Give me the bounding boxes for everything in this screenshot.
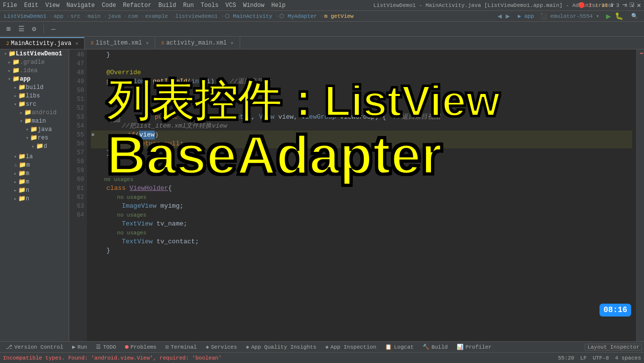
run-config[interactable]: ▶ app bbox=[518, 13, 534, 19]
breadcrumb-getview[interactable]: m getView bbox=[324, 13, 353, 19]
menu-refactor[interactable]: Refactor bbox=[123, 2, 152, 9]
menu-build[interactable]: Build bbox=[158, 2, 176, 9]
sidebar-src[interactable]: ▾ 📁 src bbox=[0, 100, 69, 108]
breadcrumb: ListViewDemo1 › app › src › main › java … bbox=[0, 11, 644, 22]
tab-list-item-label: list_item.xml bbox=[95, 40, 142, 46]
sidebar-main[interactable]: ▾ 📁 main bbox=[0, 117, 69, 125]
sidebar-res[interactable]: ▾ 📁 res bbox=[0, 134, 69, 142]
menu-file[interactable]: File bbox=[3, 2, 17, 9]
breadcrumb-myadapter[interactable]: ⬡ MyAdapter bbox=[279, 13, 317, 19]
android-label: android bbox=[32, 109, 56, 116]
sidebar-app[interactable]: ▾ 📁 app bbox=[0, 75, 69, 83]
tab-activity-main[interactable]: X activity_main.xml ✕ bbox=[155, 37, 240, 49]
code-line-56: return null; bbox=[91, 139, 632, 148]
scroll-gutter[interactable]: ━ bbox=[636, 49, 644, 341]
tab-app-quality[interactable]: ◈ App Quality Insights bbox=[242, 342, 321, 352]
sidebar-libs[interactable]: ▸ 📁 libs bbox=[0, 91, 69, 100]
menu-view[interactable]: View bbox=[45, 2, 60, 9]
tab-terminal[interactable]: ⊡ Terminal bbox=[162, 342, 201, 352]
tab-profiler[interactable]: 📊 Profiler bbox=[453, 342, 496, 352]
tab-list-item[interactable]: X list_item.xml ✕ bbox=[85, 37, 155, 49]
error-chevron[interactable]: ∧ ∨ bbox=[624, 2, 634, 8]
code-line-61a: ImageView myimg; bbox=[91, 202, 632, 211]
device-selector[interactable]: ⬛ emulator-5554 ▾ bbox=[540, 13, 600, 19]
tab-build[interactable]: 🔨 Build bbox=[419, 342, 452, 352]
quality-icon: ◈ bbox=[246, 344, 250, 350]
breadcrumb-example[interactable]: example bbox=[145, 13, 168, 19]
line-separator[interactable]: LF bbox=[580, 355, 587, 361]
menu-run[interactable]: Run bbox=[183, 2, 194, 9]
sidebar-m3[interactable]: ▸ 📁 m bbox=[0, 178, 69, 186]
menu-code[interactable]: Code bbox=[102, 2, 116, 9]
menu-window[interactable]: Window bbox=[243, 2, 264, 9]
encoding[interactable]: UTF-8 bbox=[593, 355, 609, 361]
code-line-nousages3: no usages bbox=[91, 228, 632, 237]
sidebar-build[interactable]: ▸ 📁 build bbox=[0, 83, 69, 91]
bottom-bar: ⎇ Version Control ▶ Run ☰ TODO Problems … bbox=[0, 341, 644, 352]
search-everywhere-icon[interactable]: 🔍 bbox=[631, 13, 638, 19]
tab-problems[interactable]: Problems bbox=[121, 342, 161, 352]
breadcrumb-listviewdemo1[interactable]: listviewdemo1 bbox=[175, 13, 218, 19]
sidebar-la[interactable]: ▾ 📁 la bbox=[0, 152, 69, 161]
tab-version-control[interactable]: ⎇ Version Control bbox=[2, 342, 67, 352]
breadcrumb-main[interactable]: main bbox=[87, 13, 100, 19]
main-label: main bbox=[32, 118, 46, 125]
sidebar-n2[interactable]: ▸ 📁 n bbox=[0, 194, 69, 203]
code-line-51 bbox=[91, 95, 632, 104]
breadcrumb-src[interactable]: src bbox=[71, 13, 81, 19]
menu-edit[interactable]: Edit bbox=[24, 2, 39, 9]
tab-services[interactable]: ◈ Services bbox=[202, 342, 241, 352]
tab-run[interactable]: ▶ Run bbox=[68, 342, 91, 352]
sidebar-m1[interactable]: ⚠ 📁 m bbox=[0, 161, 69, 169]
tab-todo[interactable]: ☰ TODO bbox=[92, 342, 120, 352]
tab-close-mainactivity[interactable]: ✕ bbox=[75, 41, 78, 46]
sidebar-idea[interactable]: ▸ 📁 .idea bbox=[0, 66, 69, 75]
code-editor[interactable]: 46 47 48 49 50 51 52 53 54 55 56 57 58 5… bbox=[69, 49, 636, 341]
layout-inspector-label[interactable]: Layout Inspector bbox=[585, 344, 642, 351]
sidebar-gradle[interactable]: ▸ 📁 .gradle bbox=[0, 58, 69, 66]
settings-icon[interactable]: ⚙ bbox=[29, 24, 40, 35]
menu-help[interactable]: Help bbox=[271, 2, 286, 9]
problems-dot bbox=[125, 345, 129, 349]
menu-navigate[interactable]: Navigate bbox=[66, 2, 95, 9]
breadcrumb-project[interactable]: ListViewDemo1 bbox=[4, 13, 46, 19]
hide-icon[interactable]: — bbox=[48, 24, 59, 35]
bookmark-icon[interactable]: ☰ bbox=[16, 24, 27, 35]
tab-logcat[interactable]: 📋 Logcat bbox=[381, 342, 418, 352]
build-folder-icon: 📁 bbox=[18, 84, 26, 91]
indent-setting[interactable]: 4 spaces bbox=[615, 355, 641, 361]
sidebar-d[interactable]: ▸ 📁 d bbox=[0, 142, 69, 150]
sidebar-n1[interactable]: ▸ 📁 n bbox=[0, 186, 69, 194]
cursor-position[interactable]: 55:20 bbox=[558, 355, 574, 361]
sidebar-android[interactable]: ▸ 📁 android bbox=[0, 108, 69, 117]
inspection-icon: ◈ bbox=[325, 344, 329, 350]
nav-back-icon[interactable]: ◀ bbox=[498, 12, 502, 20]
breadcrumb-app[interactable]: app bbox=[53, 13, 63, 19]
app-folder-icon: 📁 bbox=[12, 75, 20, 83]
structure-icon[interactable]: ⊞ bbox=[3, 24, 14, 35]
tab-close-activity-main[interactable]: ✕ bbox=[231, 40, 234, 46]
close-button[interactable]: ✕ bbox=[637, 1, 641, 9]
nav-forward-icon[interactable]: ▶ bbox=[506, 12, 510, 20]
services-label: Services bbox=[211, 344, 237, 350]
menu-vcs[interactable]: VCS bbox=[225, 2, 236, 9]
res-label: res bbox=[38, 135, 48, 141]
tab-mainactivity[interactable]: J MainActivity.java ✕ bbox=[0, 37, 85, 49]
code-line-57: } bbox=[91, 148, 632, 157]
code-line-46: } bbox=[91, 50, 632, 59]
menu-tools[interactable]: Tools bbox=[201, 2, 218, 9]
sidebar-m2[interactable]: ▸ 📁 m bbox=[0, 169, 69, 178]
tab-close-list-item[interactable]: ✕ bbox=[146, 40, 149, 46]
sidebar-project-root[interactable]: ▾ 📁 ListViewDemo1 bbox=[0, 49, 69, 58]
run-button[interactable]: ▶ bbox=[606, 11, 611, 21]
version-control-icon: ⎇ bbox=[6, 344, 12, 350]
sidebar-java[interactable]: ▾ 📁 java bbox=[0, 125, 69, 134]
code-area[interactable]: 列表控件：ListView BaseAdapter } @Override pu… bbox=[87, 49, 636, 341]
tab-app-inspection[interactable]: ◈ App Inspection bbox=[321, 342, 380, 352]
version-control-label: Version Control bbox=[14, 344, 63, 350]
debug-button[interactable]: 🐛 bbox=[615, 12, 623, 20]
breadcrumb-mainactivity[interactable]: ⬡ MainActivity bbox=[225, 13, 272, 19]
code-line-63: } bbox=[91, 246, 632, 255]
breadcrumb-java[interactable]: java bbox=[108, 13, 121, 19]
breadcrumb-com[interactable]: com bbox=[128, 13, 138, 19]
